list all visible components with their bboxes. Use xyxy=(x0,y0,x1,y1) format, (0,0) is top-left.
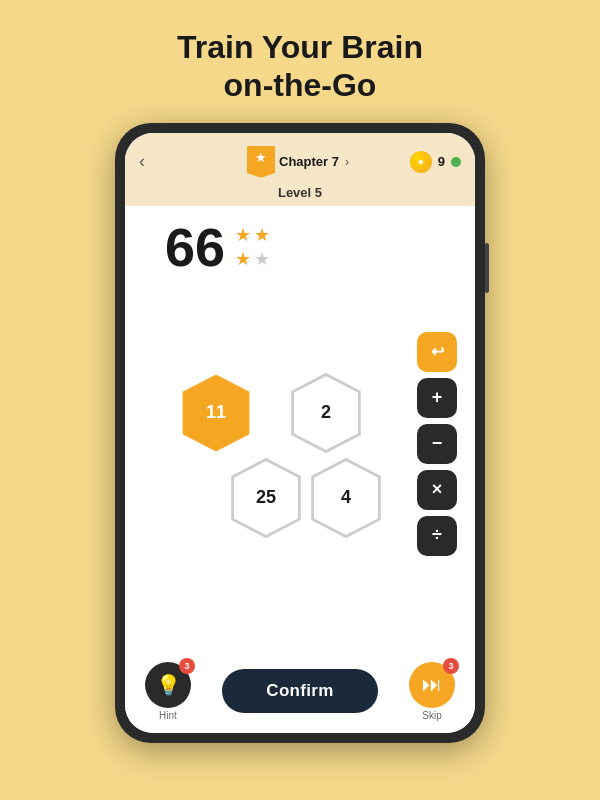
subtract-button[interactable]: − xyxy=(417,424,457,464)
hexagon-11[interactable]: 11 xyxy=(180,373,252,453)
hexagon-4[interactable]: 4 xyxy=(310,458,382,538)
skip-badge: 3 xyxy=(443,658,459,674)
coin-icon: ● xyxy=(410,151,432,173)
confirm-button[interactable]: Confirm xyxy=(222,669,377,713)
skip-button[interactable]: ⏭ 3 Skip xyxy=(409,662,455,721)
operator-buttons: ↩ + − × ÷ xyxy=(417,332,457,556)
star-1: ★ xyxy=(235,224,251,246)
divide-button[interactable]: ÷ xyxy=(417,516,457,556)
hex-value-11: 11 xyxy=(206,402,226,423)
tablet-side-button xyxy=(485,243,489,293)
hex-grid: 11 2 25 xyxy=(135,282,465,644)
hex-value-25: 25 xyxy=(256,487,276,508)
star-4: ★ xyxy=(254,248,270,270)
tablet-frame: ‹ ★ Chapter 7 › ● 9 Level 5 xyxy=(115,123,485,743)
add-button[interactable]: + xyxy=(417,378,457,418)
back-button[interactable]: ‹ xyxy=(139,151,145,172)
game-area: 66 ★ ★ ★ ★ xyxy=(125,206,475,654)
hint-label: Hint xyxy=(159,710,177,721)
bookmark-icon: ★ xyxy=(247,146,275,178)
star-2: ★ xyxy=(254,224,270,246)
coins-area: ● 9 xyxy=(410,151,461,173)
star-3: ★ xyxy=(235,248,251,270)
coin-count: 9 xyxy=(438,154,445,169)
chapter-label: Chapter 7 xyxy=(279,154,339,169)
tablet-screen: ‹ ★ Chapter 7 › ● 9 Level 5 xyxy=(125,133,475,733)
skip-label: Skip xyxy=(422,710,441,721)
score-display: 66 xyxy=(165,220,225,274)
bookmark-star-icon: ★ xyxy=(255,150,267,165)
skip-circle: ⏭ 3 xyxy=(409,662,455,708)
hint-icon: 💡 xyxy=(156,673,181,697)
page-title: Train Your Brain on-the-Go xyxy=(177,28,423,105)
top-bar: ‹ ★ Chapter 7 › ● 9 Level 5 xyxy=(125,133,475,206)
hint-button[interactable]: 💡 3 Hint xyxy=(145,662,191,721)
hexagon-25[interactable]: 25 xyxy=(230,458,302,538)
multiply-button[interactable]: × xyxy=(417,470,457,510)
skip-icon: ⏭ xyxy=(422,673,442,696)
score-row: 66 ★ ★ ★ ★ xyxy=(165,220,270,274)
undo-button[interactable]: ↩ xyxy=(417,332,457,372)
hexagon-2[interactable]: 2 xyxy=(290,373,362,453)
chapter-arrow-icon: › xyxy=(345,155,349,169)
chapter-badge[interactable]: ★ Chapter 7 › xyxy=(241,143,359,181)
hex-value-2: 2 xyxy=(321,402,331,423)
hint-circle: 💡 3 xyxy=(145,662,191,708)
stars-display: ★ ★ ★ ★ xyxy=(235,224,270,270)
online-indicator xyxy=(451,157,461,167)
level-label: Level 5 xyxy=(278,185,322,200)
hex-container: 11 2 25 xyxy=(170,363,430,563)
hint-badge: 3 xyxy=(179,658,195,674)
bottom-bar: 💡 3 Hint Confirm ⏭ 3 Skip xyxy=(125,654,475,733)
hex-value-4: 4 xyxy=(341,487,351,508)
